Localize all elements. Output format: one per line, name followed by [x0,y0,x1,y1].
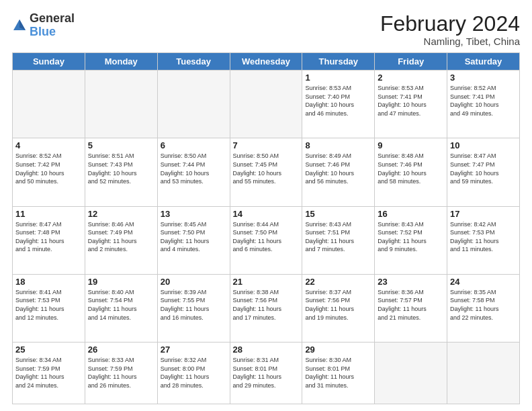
day-number: 8 [305,140,371,150]
day-number: 7 [233,140,300,150]
day-number: 24 [450,277,517,287]
day-info: Sunrise: 8:36 AM Sunset: 7:57 PM Dayligh… [378,288,444,322]
calendar-cell: 6Sunrise: 8:50 AM Sunset: 7:44 PM Daylig… [157,138,230,206]
calendar-cell: 22Sunrise: 8:37 AM Sunset: 7:56 PM Dayli… [302,274,375,342]
calendar-cell: 11Sunrise: 8:47 AM Sunset: 7:48 PM Dayli… [13,206,85,274]
day-info: Sunrise: 8:32 AM Sunset: 8:00 PM Dayligh… [161,356,227,390]
day-number: 11 [15,209,82,219]
day-info: Sunrise: 8:44 AM Sunset: 7:50 PM Dayligh… [233,220,300,254]
calendar-cell: 21Sunrise: 8:38 AM Sunset: 7:56 PM Dayli… [230,274,302,342]
header: General Blue February 2024 Namling, Tibe… [12,12,520,47]
day-number: 1 [305,73,371,83]
calendar-cell: 8Sunrise: 8:49 AM Sunset: 7:46 PM Daylig… [302,138,375,206]
month-year: February 2024 [380,12,520,36]
logo-general: General [30,11,75,25]
day-number: 12 [88,209,154,219]
calendar-week-3: 11Sunrise: 8:47 AM Sunset: 7:48 PM Dayli… [13,206,520,274]
day-number: 27 [161,345,227,355]
day-info: Sunrise: 8:50 AM Sunset: 7:44 PM Dayligh… [161,152,227,185]
calendar-cell [375,342,447,404]
calendar-cell: 20Sunrise: 8:39 AM Sunset: 7:55 PM Dayli… [157,274,230,342]
day-header-sunday: Sunday [13,53,85,71]
day-info: Sunrise: 8:50 AM Sunset: 7:45 PM Dayligh… [233,152,300,185]
day-info: Sunrise: 8:52 AM Sunset: 7:41 PM Dayligh… [450,84,517,118]
calendar-cell: 12Sunrise: 8:46 AM Sunset: 7:49 PM Dayli… [85,206,157,274]
calendar-cell: 2Sunrise: 8:53 AM Sunset: 7:41 PM Daylig… [375,71,447,138]
calendar-cell: 18Sunrise: 8:41 AM Sunset: 7:53 PM Dayli… [13,274,85,342]
calendar-cell: 3Sunrise: 8:52 AM Sunset: 7:41 PM Daylig… [447,71,520,138]
logo-text: General Blue [30,12,75,39]
page: General Blue February 2024 Namling, Tibe… [0,0,532,411]
day-number: 2 [378,73,444,83]
calendar-week-4: 18Sunrise: 8:41 AM Sunset: 7:53 PM Dayli… [13,274,520,342]
day-number: 9 [378,140,444,150]
day-info: Sunrise: 8:47 AM Sunset: 7:48 PM Dayligh… [15,220,82,254]
calendar-cell [85,71,157,138]
day-number: 26 [88,345,154,355]
day-info: Sunrise: 8:39 AM Sunset: 7:55 PM Dayligh… [161,288,227,322]
day-number: 18 [15,277,82,287]
day-number: 13 [161,209,227,219]
day-header-saturday: Saturday [447,53,520,71]
day-number: 23 [378,277,444,287]
day-info: Sunrise: 8:51 AM Sunset: 7:43 PM Dayligh… [88,152,154,185]
day-number: 16 [378,209,444,219]
calendar-cell: 14Sunrise: 8:44 AM Sunset: 7:50 PM Dayli… [230,206,302,274]
calendar-cell: 24Sunrise: 8:35 AM Sunset: 7:58 PM Dayli… [447,274,520,342]
day-info: Sunrise: 8:31 AM Sunset: 8:01 PM Dayligh… [233,356,300,390]
calendar-cell: 13Sunrise: 8:45 AM Sunset: 7:50 PM Dayli… [157,206,230,274]
calendar-cell: 25Sunrise: 8:34 AM Sunset: 7:59 PM Dayli… [13,342,85,404]
day-info: Sunrise: 8:37 AM Sunset: 7:56 PM Dayligh… [305,288,371,322]
day-number: 3 [450,73,517,83]
day-info: Sunrise: 8:40 AM Sunset: 7:54 PM Dayligh… [88,288,154,322]
day-info: Sunrise: 8:52 AM Sunset: 7:42 PM Dayligh… [15,152,82,185]
calendar-table: SundayMondayTuesdayWednesdayThursdayFrid… [12,52,520,404]
calendar-week-2: 4Sunrise: 8:52 AM Sunset: 7:42 PM Daylig… [13,138,520,206]
day-info: Sunrise: 8:38 AM Sunset: 7:56 PM Dayligh… [233,288,300,322]
day-number: 14 [233,209,300,219]
day-info: Sunrise: 8:46 AM Sunset: 7:49 PM Dayligh… [88,220,154,254]
logo-icon [12,18,27,33]
calendar-cell: 7Sunrise: 8:50 AM Sunset: 7:45 PM Daylig… [230,138,302,206]
day-info: Sunrise: 8:43 AM Sunset: 7:52 PM Dayligh… [378,220,444,254]
day-info: Sunrise: 8:35 AM Sunset: 7:58 PM Dayligh… [450,288,517,322]
day-info: Sunrise: 8:34 AM Sunset: 7:59 PM Dayligh… [15,356,82,390]
day-number: 20 [161,277,227,287]
day-header-tuesday: Tuesday [157,53,230,71]
calendar-header-row: SundayMondayTuesdayWednesdayThursdayFrid… [13,53,520,71]
title-block: February 2024 Namling, Tibet, China [380,12,520,47]
day-number: 4 [15,140,82,150]
calendar-cell: 15Sunrise: 8:43 AM Sunset: 7:51 PM Dayli… [302,206,375,274]
day-header-monday: Monday [85,53,157,71]
day-info: Sunrise: 8:49 AM Sunset: 7:46 PM Dayligh… [305,152,371,185]
calendar-cell: 23Sunrise: 8:36 AM Sunset: 7:57 PM Dayli… [375,274,447,342]
calendar-cell: 27Sunrise: 8:32 AM Sunset: 8:00 PM Dayli… [157,342,230,404]
logo: General Blue [12,12,75,39]
calendar-cell: 26Sunrise: 8:33 AM Sunset: 7:59 PM Dayli… [85,342,157,404]
calendar-cell [447,342,520,404]
day-header-friday: Friday [375,53,447,71]
day-info: Sunrise: 8:47 AM Sunset: 7:47 PM Dayligh… [450,152,517,185]
day-header-thursday: Thursday [302,53,375,71]
calendar-cell [157,71,230,138]
calendar-cell: 9Sunrise: 8:48 AM Sunset: 7:46 PM Daylig… [375,138,447,206]
calendar-cell: 4Sunrise: 8:52 AM Sunset: 7:42 PM Daylig… [13,138,85,206]
logo-blue: Blue [30,25,56,38]
day-info: Sunrise: 8:42 AM Sunset: 7:53 PM Dayligh… [450,220,517,254]
day-number: 6 [161,140,227,150]
day-info: Sunrise: 8:41 AM Sunset: 7:53 PM Dayligh… [15,288,82,322]
day-number: 5 [88,140,154,150]
day-number: 29 [305,345,371,355]
day-info: Sunrise: 8:43 AM Sunset: 7:51 PM Dayligh… [305,220,371,254]
calendar-cell: 17Sunrise: 8:42 AM Sunset: 7:53 PM Dayli… [447,206,520,274]
location: Namling, Tibet, China [380,36,520,47]
calendar-week-1: 1Sunrise: 8:53 AM Sunset: 7:40 PM Daylig… [13,71,520,138]
calendar-cell: 1Sunrise: 8:53 AM Sunset: 7:40 PM Daylig… [302,71,375,138]
day-info: Sunrise: 8:30 AM Sunset: 8:01 PM Dayligh… [305,356,371,390]
calendar-cell: 29Sunrise: 8:30 AM Sunset: 8:01 PM Dayli… [302,342,375,404]
day-header-wednesday: Wednesday [230,53,302,71]
calendar-cell: 5Sunrise: 8:51 AM Sunset: 7:43 PM Daylig… [85,138,157,206]
day-number: 28 [233,345,300,355]
calendar-cell [13,71,85,138]
calendar-cell [230,71,302,138]
